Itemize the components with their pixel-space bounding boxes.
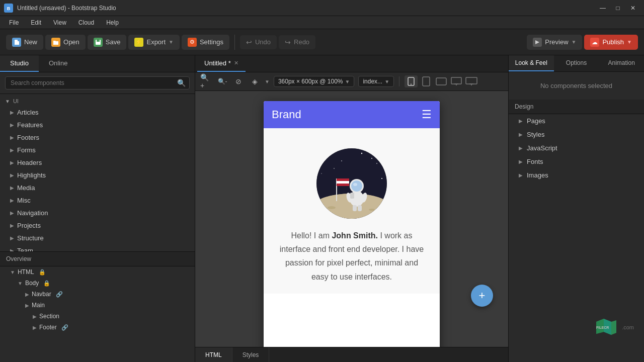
footers-arrow: ▶: [10, 135, 14, 140]
ui-category-header: ▼ UI: [0, 96, 195, 106]
tree-section[interactable]: ▶ Section: [0, 311, 195, 322]
tree-navbar[interactable]: ▶ Navbar 🔗: [0, 289, 195, 300]
cat-projects[interactable]: ▶ Projects: [0, 219, 195, 232]
design-item-images[interactable]: ▶ Images: [509, 168, 644, 182]
add-component-button[interactable]: +: [471, 285, 493, 307]
styles-tab[interactable]: Styles: [232, 347, 270, 362]
close-button[interactable]: ✕: [626, 3, 640, 13]
component-list: ▼ UI ▶ Articles ▶ Features ▶ Footers ▶ F…: [0, 94, 195, 251]
device-desktop-small[interactable]: [450, 75, 463, 87]
phone-hamburger-icon: ☰: [422, 108, 432, 121]
svg-rect-4: [97, 42, 100, 44]
zoom-in-button[interactable]: 🔍+: [200, 75, 212, 87]
cat-footers[interactable]: ▶ Footers: [0, 131, 195, 144]
menu-help[interactable]: Help: [101, 18, 124, 27]
overview-panel: Overview ▼ HTML 🔒 ▼ Body 🔒 ▶ Navbar 🔗 ▶ …: [0, 251, 195, 362]
team-arrow: ▶: [10, 248, 14, 251]
tab-look-feel[interactable]: Look & Feel: [509, 55, 554, 71]
tab-options[interactable]: Options: [554, 55, 599, 71]
body-collapse-icon: ▼: [18, 281, 23, 286]
search-input[interactable]: [5, 76, 190, 89]
panel-tabs: Studio Online: [0, 55, 195, 72]
cat-team[interactable]: ▶ Team: [0, 244, 195, 251]
device-tablet-portrait[interactable]: [420, 75, 433, 87]
design-item-pages[interactable]: ▶ Pages: [509, 114, 644, 128]
cat-misc[interactable]: ▶ Misc: [0, 194, 195, 207]
tree-html[interactable]: ▼ HTML 🔒: [0, 266, 195, 278]
tree-main[interactable]: ▶ Main: [0, 300, 195, 311]
select-tool-button[interactable]: ⊘: [232, 75, 245, 87]
svg-point-20: [376, 163, 377, 164]
cat-structure[interactable]: ▶ Structure: [0, 232, 195, 244]
new-button[interactable]: New: [6, 35, 43, 50]
design-item-fonts[interactable]: ▶ Fonts: [509, 155, 644, 168]
svg-rect-41: [358, 205, 362, 211]
javascript-arrow-icon: ▶: [519, 145, 523, 151]
cat-forms[interactable]: ▶ Forms: [0, 144, 195, 156]
html-tab[interactable]: HTML: [195, 347, 232, 362]
canvas-dropdown-arrow[interactable]: ▼: [265, 79, 270, 84]
cat-headers[interactable]: ▶ Headers: [0, 156, 195, 169]
titlebar: B Untitled (unsaved) - Bootstrap Studio …: [0, 0, 644, 16]
layers-button[interactable]: ◈: [249, 75, 261, 87]
tab-online[interactable]: Online: [39, 55, 78, 72]
export-button[interactable]: ⚡ Export ▼: [128, 35, 179, 50]
canvas-size[interactable]: 360px × 600px @ 100% ▼: [274, 76, 355, 87]
cat-articles[interactable]: ▶ Articles: [0, 106, 195, 119]
menu-file[interactable]: File: [4, 18, 24, 27]
phone-preview: Brand ☰: [264, 101, 440, 347]
preview-button[interactable]: Preview ▼: [527, 35, 582, 50]
overview-header: Overview: [0, 252, 195, 266]
phone-avatar: [316, 148, 387, 219]
menu-view[interactable]: View: [48, 18, 71, 27]
svg-text:FILECR: FILECR: [596, 326, 609, 329]
design-item-styles[interactable]: ▶ Styles: [509, 128, 644, 141]
misc-arrow: ▶: [10, 198, 14, 203]
footer-link-icon: 🔗: [61, 324, 68, 331]
search-icon: 🔍: [177, 79, 186, 87]
settings-button[interactable]: ⚙ Settings: [182, 35, 229, 50]
open-button[interactable]: Open: [45, 35, 86, 50]
publish-icon: ☁: [590, 38, 599, 47]
svg-point-24: [371, 158, 372, 159]
svg-point-6: [411, 84, 412, 85]
fonts-arrow-icon: ▶: [519, 159, 523, 164]
svg-point-23: [334, 168, 334, 168]
save-icon: [94, 38, 103, 47]
main-arrow-icon: ▶: [25, 303, 29, 308]
tree-body[interactable]: ▼ Body 🔒: [0, 278, 195, 289]
cat-features[interactable]: ▶ Features: [0, 119, 195, 131]
projects-arrow: ▶: [10, 223, 14, 228]
tab-close-icon[interactable]: ✕: [234, 60, 238, 66]
menu-cloud[interactable]: Cloud: [73, 18, 99, 27]
device-tablet-landscape[interactable]: [435, 75, 448, 87]
cat-media[interactable]: ▶ Media: [0, 182, 195, 194]
canvas-tab-untitled[interactable]: Untitled * ✕: [197, 55, 246, 72]
export-dropdown-arrow: ▼: [169, 39, 174, 45]
page-dropdown-arrow: ▼: [384, 79, 389, 84]
canvas-tabs: Untitled * ✕: [195, 55, 508, 72]
svg-point-18: [341, 160, 342, 161]
undo-button[interactable]: ↩ Undo: [240, 35, 277, 49]
zoom-out-button[interactable]: 🔍-: [216, 75, 228, 87]
articles-arrow: ▶: [10, 110, 14, 115]
publish-button[interactable]: ☁ Publish ▼: [584, 35, 638, 50]
device-mobile[interactable]: [405, 75, 418, 87]
phone-navbar: Brand ☰: [264, 101, 440, 128]
save-button[interactable]: Save: [88, 35, 127, 50]
cat-highlights[interactable]: ▶ Highlights: [0, 169, 195, 182]
maximize-button[interactable]: □: [611, 3, 625, 13]
tab-studio[interactable]: Studio: [0, 55, 39, 72]
svg-rect-31: [337, 178, 349, 181]
cat-navigation[interactable]: ▶ Navigation: [0, 207, 195, 219]
section-arrow-icon: ▶: [33, 314, 37, 319]
redo-button[interactable]: ↪ Redo: [279, 35, 315, 49]
minimize-button[interactable]: —: [596, 3, 610, 13]
tab-animation[interactable]: Animation: [599, 55, 644, 71]
device-buttons: [405, 75, 478, 87]
design-item-javascript[interactable]: ▶ JavaScript: [509, 141, 644, 155]
tree-footer[interactable]: ▶ Footer 🔗: [0, 322, 195, 333]
menu-edit[interactable]: Edit: [26, 18, 46, 27]
device-desktop-large[interactable]: [465, 75, 478, 87]
canvas-page[interactable]: index... ▼: [358, 76, 394, 87]
